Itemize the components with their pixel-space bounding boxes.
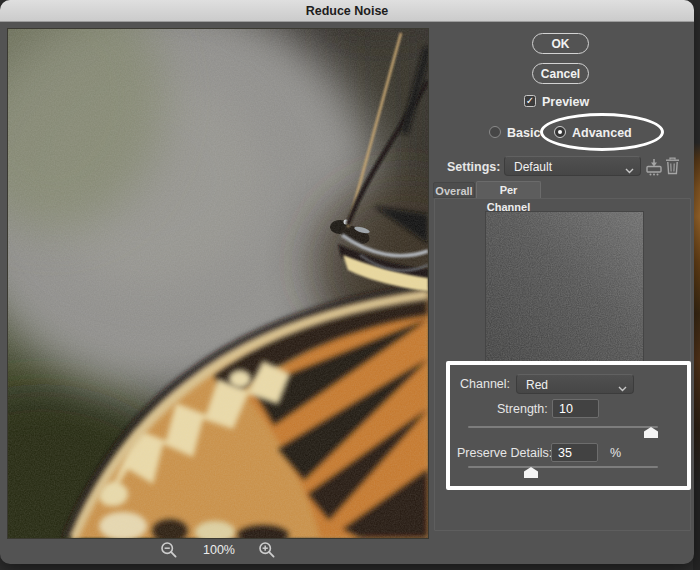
chevron-down-icon	[625, 163, 634, 177]
delete-preset-button[interactable]	[665, 157, 680, 175]
zoom-out-button[interactable]	[160, 541, 178, 559]
basic-radio[interactable]	[489, 126, 501, 138]
strength-slider-track[interactable]	[468, 426, 658, 428]
preserve-details-slider-track[interactable]	[468, 466, 658, 468]
strength-input[interactable]	[552, 399, 599, 418]
strength-label: Strength:	[497, 402, 548, 416]
preserve-details-input[interactable]	[551, 443, 598, 462]
advanced-radio[interactable]	[554, 126, 566, 138]
save-preset-icon	[645, 158, 663, 176]
zoom-level[interactable]: 100%	[194, 543, 244, 557]
preview-checkbox[interactable]: ✓	[524, 95, 536, 107]
screen: Reduce Noise	[0, 0, 700, 570]
percent-label: %	[610, 446, 621, 460]
checkmark-icon: ✓	[526, 95, 534, 106]
ok-button[interactable]: OK	[532, 33, 589, 54]
zoom-out-icon	[160, 541, 178, 559]
trash-icon	[665, 157, 680, 175]
zoom-in-icon	[258, 541, 276, 559]
tab-per-channel[interactable]: Per Channel	[476, 181, 541, 198]
zoom-in-button[interactable]	[258, 541, 276, 559]
dialog-titlebar[interactable]: Reduce Noise	[0, 0, 694, 22]
settings-label: Settings:	[447, 160, 500, 174]
channel-dropdown[interactable]: Red	[516, 374, 634, 394]
channel-label: Channel:	[460, 377, 510, 391]
dialog-title: Reduce Noise	[306, 4, 389, 18]
background-photo-sliver	[693, 0, 700, 570]
channel-noise-thumbnail[interactable]	[485, 211, 644, 363]
settings-dropdown-value: Default	[514, 160, 552, 174]
radio-dot	[558, 130, 562, 134]
advanced-label[interactable]: Advanced	[572, 126, 632, 140]
preview-label: Preview	[542, 95, 589, 109]
save-preset-button[interactable]	[645, 158, 663, 176]
channel-dropdown-value: Red	[526, 378, 548, 392]
noise-preview-image	[486, 212, 643, 362]
basic-label[interactable]: Basic	[507, 126, 540, 140]
reduce-noise-dialog: Reduce Noise	[0, 0, 694, 564]
cancel-button[interactable]: Cancel	[532, 63, 589, 84]
image-preview[interactable]	[7, 28, 429, 539]
settings-dropdown[interactable]: Default	[504, 156, 641, 176]
preserve-details-label: Preserve Details:	[457, 446, 552, 460]
tab-overall[interactable]: Overall	[433, 182, 475, 198]
butterfly-preview-image	[8, 29, 428, 538]
chevron-down-icon	[618, 381, 627, 395]
